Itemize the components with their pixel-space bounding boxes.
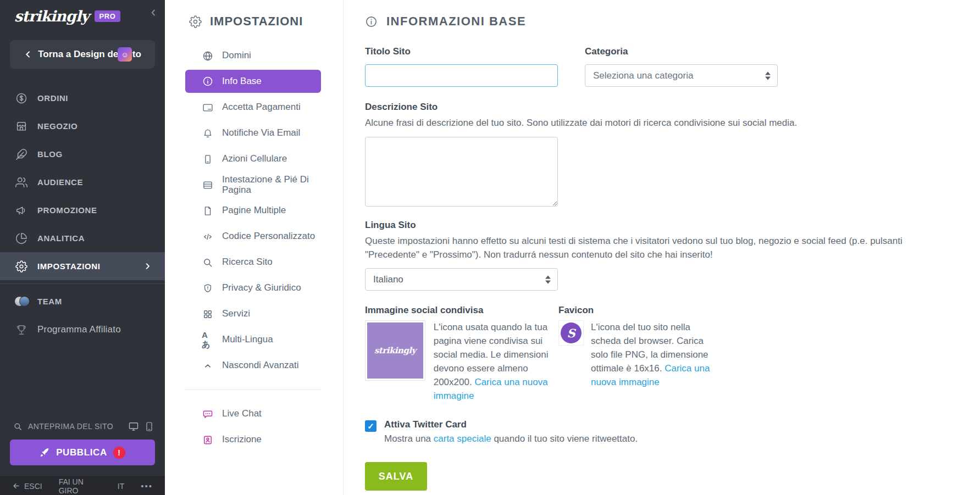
category-selected-value: Seleziona una categoria <box>593 70 693 81</box>
pro-badge: PRO <box>95 10 121 22</box>
settings-item-azioni-cellulare[interactable]: Azioni Cellulare <box>185 146 321 172</box>
gear-icon <box>14 260 29 272</box>
page-title: INFORMAZIONI BASE <box>386 14 526 29</box>
sidebar-item-label: ANALITICA <box>37 233 85 243</box>
sidebar-item-promozione[interactable]: PROMOZIONE <box>0 196 165 224</box>
header-footer-icon <box>202 180 214 191</box>
settings-item-ricerca-sito[interactable]: Ricerca Sito <box>185 249 321 275</box>
preview-label: ANTEPRIMA DEL SITO <box>28 422 113 431</box>
pie-chart-icon <box>14 232 29 244</box>
team-avatars-icon <box>14 296 29 307</box>
settings-nav: Domini Info Base Accetta Pagamenti Notif… <box>165 43 343 453</box>
publish-label: PUBBLICA <box>56 447 107 458</box>
person-badge-icon <box>202 435 214 446</box>
favicon-label: Favicon <box>558 305 715 316</box>
back-to-site-design-button[interactable]: Torna a Design del Sito ☺ <box>10 40 155 69</box>
settings-item-label: Azioni Cellulare <box>222 152 287 166</box>
tour-button[interactable]: FAI UN GIRO <box>59 477 101 495</box>
select-arrows-icon <box>545 275 551 283</box>
favicon-letter: S <box>561 322 582 343</box>
settings-item-label: Codice Personalizzato <box>222 229 315 244</box>
settings-item-intestazione-pie-pagina[interactable]: Intestazione & Pié Di Pagina <box>185 172 321 198</box>
tour-label: FAI UN GIRO <box>59 477 101 495</box>
settings-item-label: Servizi <box>222 307 250 321</box>
social-share-image-text: strikingly <box>367 322 423 379</box>
settings-item-label: Nascondi Avanzati <box>222 358 299 373</box>
select-arrows-icon <box>765 71 771 80</box>
language-label: IT <box>118 482 124 491</box>
site-title-input[interactable] <box>365 64 558 87</box>
twitter-card-label: Attiva Twitter Card <box>384 419 638 430</box>
sidebar-item-team[interactable]: TEAM <box>0 287 165 315</box>
more-options-icon[interactable]: ••• <box>141 481 153 491</box>
settings-item-info-base[interactable]: Info Base <box>185 70 321 93</box>
chevron-left-icon <box>24 50 32 59</box>
settings-item-label: Intestazione & Pié Di Pagina <box>222 173 315 197</box>
exit-button[interactable]: ESCI <box>12 482 42 491</box>
bell-icon <box>202 128 214 139</box>
settings-item-iscrizione[interactable]: Iscrizione <box>185 427 321 453</box>
collapse-sidebar-icon[interactable] <box>148 8 158 18</box>
language-select[interactable]: Italiano <box>365 268 558 291</box>
settings-sidebar: IMPOSTAZIONI Domini Info Base Accetta Pa… <box>165 0 344 495</box>
settings-item-label: Pagine Multiple <box>222 203 286 218</box>
main-content: INFORMAZIONI BASE Titolo Sito Categoria … <box>344 0 980 495</box>
settings-item-nascondi-avanzati[interactable]: Nascondi Avanzati <box>185 353 321 379</box>
strikingly-logo: strikingly <box>14 8 89 25</box>
sidebar-item-blog[interactable]: BLOG <box>0 140 165 168</box>
site-language-help: Queste impostazioni hanno effetto su alc… <box>365 234 953 262</box>
mobile-preview-icon[interactable] <box>146 422 153 431</box>
dollar-circle-icon <box>14 92 29 104</box>
site-title-label: Titolo Sito <box>365 46 558 57</box>
desktop-preview-icon[interactable] <box>128 421 139 432</box>
chevron-up-icon <box>202 361 214 371</box>
twitter-card-checkbox[interactable]: ✓ <box>365 420 377 432</box>
site-description-textarea[interactable] <box>365 137 558 207</box>
publish-warning-badge: ! <box>113 447 125 459</box>
sidebar-item-analitica[interactable]: ANALITICA <box>0 224 165 252</box>
twitter-card-desc-before: Mostra una <box>384 433 434 444</box>
settings-item-label: Notifiche Via Email <box>222 126 300 141</box>
sidebar-item-label: PROMOZIONE <box>37 205 97 215</box>
site-language-label: Lingua Sito <box>365 220 958 231</box>
exit-label: ESCI <box>24 482 42 491</box>
sidebar-item-label: TEAM <box>37 297 62 306</box>
settings-title: IMPOSTAZIONI <box>210 14 303 29</box>
site-thumbnail-icon: ☺ <box>118 47 132 62</box>
sidebar-item-label: ORDINI <box>37 93 68 103</box>
category-select[interactable]: Seleziona una categoria <box>585 64 778 87</box>
storefront-icon <box>14 120 29 132</box>
site-preview-row[interactable]: ANTEPRIMA DEL SITO <box>0 421 165 432</box>
sidebar-item-programma-affiliato[interactable]: Programma Affiliato <box>0 315 165 343</box>
settings-item-label: Domini <box>222 48 251 63</box>
save-button[interactable]: SALVA <box>365 462 427 491</box>
sidebar-item-ordini[interactable]: ORDINI <box>0 84 165 112</box>
feather-icon <box>14 148 29 160</box>
settings-item-multi-lingua[interactable]: Aあ Multi-Lingua <box>185 327 321 353</box>
settings-item-pagine-multiple[interactable]: Pagine Multiple <box>185 198 321 224</box>
language-switcher[interactable]: IT <box>118 482 124 491</box>
search-icon <box>13 422 23 431</box>
settings-item-label: Privacy & Giuridico <box>222 281 301 296</box>
sidebar-item-label: AUDIENCE <box>37 177 83 187</box>
site-description-help: Alcune frasi di descrizione del tuo sito… <box>365 116 958 130</box>
settings-item-codice-personalizzato[interactable]: Codice Personalizzato <box>185 224 321 249</box>
sidebar-item-impostazioni[interactable]: IMPOSTAZIONI <box>0 252 165 280</box>
sidebar-divider <box>0 283 165 284</box>
settings-item-servizi[interactable]: Servizi <box>185 301 321 327</box>
settings-item-privacy-giuridico[interactable]: Privacy & Giuridico <box>185 275 321 301</box>
settings-item-live-chat[interactable]: Live Chat <box>185 401 321 427</box>
shield-icon <box>202 283 214 294</box>
multi-language-icon: Aあ <box>202 330 214 350</box>
special-card-link[interactable]: carta speciale <box>434 433 491 444</box>
page-icon <box>202 205 214 216</box>
twitter-card-desc-after: quando il tuo sito viene ritweettato. <box>491 433 638 444</box>
settings-item-domini[interactable]: Domini <box>185 43 321 69</box>
sidebar-item-negozio[interactable]: NEGOZIO <box>0 112 165 140</box>
publish-button[interactable]: PUBBLICA ! <box>10 440 155 465</box>
sidebar-item-audience[interactable]: AUDIENCE <box>0 168 165 196</box>
settings-item-notifiche-email[interactable]: Notifiche Via Email <box>185 120 321 146</box>
settings-item-accetta-pagamenti[interactable]: Accetta Pagamenti <box>185 94 321 120</box>
settings-header: IMPOSTAZIONI <box>165 14 343 29</box>
social-image-label: Immagine social condivisa <box>365 305 558 316</box>
